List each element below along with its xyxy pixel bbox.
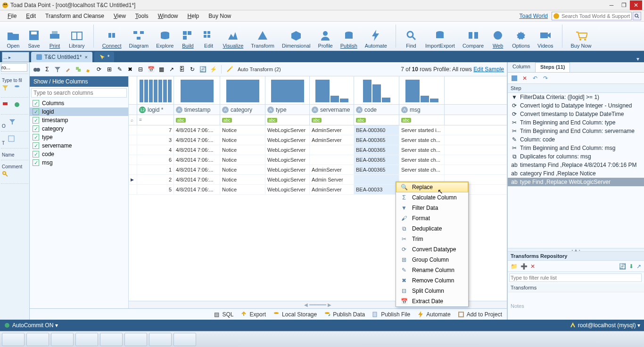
ribbon-library[interactable]: Library xyxy=(65,23,89,50)
step-item[interactable]: ▼FilterData Criteria: ([logid] >= 1) xyxy=(508,93,644,101)
filter-type[interactable]: abc xyxy=(265,115,310,125)
ribbon-videos[interactable]: Videos xyxy=(534,23,557,50)
steps-add-icon[interactable] xyxy=(511,74,518,82)
tab-second[interactable]: * xyxy=(94,52,115,62)
step-item[interactable]: ⟳Convert timestamp to Datatype DateTime xyxy=(508,110,644,118)
repo-import-icon[interactable]: ⬇ xyxy=(629,263,634,270)
filter-msg[interactable]: abc xyxy=(399,115,445,125)
taskbar-item[interactable] xyxy=(173,333,196,346)
table-row[interactable]: 14/8/2014 7:06:...NoticeWebLogicServerAd… xyxy=(129,165,507,175)
ribbon-open[interactable]: Open xyxy=(3,23,24,50)
ctx-rename-column[interactable]: ✎Rename Column xyxy=(396,265,468,275)
ribbon-options[interactable]: Options xyxy=(508,23,534,50)
auto-transform-label[interactable]: Auto Transform (2) xyxy=(238,66,281,72)
col-header-timestamp[interactable]: Atimestamp xyxy=(174,105,220,115)
menu-help[interactable]: Help xyxy=(183,12,204,20)
column-toggle-type[interactable]: type xyxy=(30,133,128,141)
steps-delete-icon[interactable]: ✕ xyxy=(521,74,528,82)
ctx-split-column[interactable]: ⊟Split Column xyxy=(396,286,468,296)
tool-more1-icon[interactable]: ▦ xyxy=(157,65,165,74)
action-automate[interactable]: Automate xyxy=(417,311,450,318)
ribbon-importexport[interactable]: ImportExport xyxy=(421,23,459,50)
ribbon-transform[interactable]: Transform xyxy=(247,23,278,50)
columns-search-input[interactable] xyxy=(31,88,127,98)
menu-edit[interactable]: Edit xyxy=(21,12,41,20)
column-toggle-logid[interactable]: logid xyxy=(30,107,128,116)
search-go-button[interactable] xyxy=(633,12,641,20)
left-pane-collapsed[interactable]: ... ▸ xyxy=(2,52,29,62)
ribbon-web[interactable]: Web xyxy=(487,23,508,50)
ribbon-publish[interactable]: Publish xyxy=(337,23,361,50)
ctx-replace[interactable]: 🔍Replace xyxy=(396,182,468,192)
col-header-logid[interactable]: 12logid * xyxy=(137,105,174,115)
steps-redo-icon[interactable]: ↷ xyxy=(542,74,549,82)
filter-ts[interactable]: abc xyxy=(174,115,220,125)
col-header-servername[interactable]: Aservername xyxy=(310,105,354,115)
menu-transform-cleanse[interactable]: Transform and Cleanse xyxy=(41,12,109,20)
ribbon-save[interactable]: Save xyxy=(24,23,44,50)
action-local-storage[interactable]: Local Storage xyxy=(272,311,317,318)
ctx-format[interactable]: 🖌Format xyxy=(396,213,468,223)
menu-buy-now[interactable]: Buy Now xyxy=(204,12,236,20)
step-item[interactable]: ✎ Column: code xyxy=(508,135,644,144)
col-header-category[interactable]: Acategory xyxy=(220,105,265,115)
ribbon-print[interactable]: Print xyxy=(44,23,65,50)
toad-search-input[interactable] xyxy=(561,12,631,20)
green-ball-icon[interactable] xyxy=(14,101,22,110)
edit-sample-link[interactable]: Edit Sample xyxy=(473,66,504,73)
column-toggle-timestamp[interactable]: timestamp xyxy=(30,116,128,124)
tool-split-icon[interactable]: ⊟ xyxy=(136,65,145,74)
steps-undo-icon[interactable]: ↶ xyxy=(531,74,539,82)
tool-pencil-icon[interactable] xyxy=(84,65,93,74)
taskbar-item[interactable] xyxy=(51,333,74,346)
ribbon-dimensional[interactable]: Dimensional xyxy=(278,23,314,50)
close-button[interactable]: ✕ xyxy=(630,0,642,10)
filter-logid[interactable]: = xyxy=(137,115,174,125)
table-row[interactable]: 34/8/2014 7:06:...NoticeWebLogicServerAd… xyxy=(129,135,507,145)
db-icon[interactable] xyxy=(14,84,22,93)
step-item[interactable]: ⧉Duplicates for columns: msg xyxy=(508,152,644,161)
filter-yellow-icon[interactable] xyxy=(2,84,10,93)
grid-small-icon[interactable] xyxy=(8,135,17,144)
taskbar-item[interactable] xyxy=(149,333,172,346)
action-export[interactable]: Export xyxy=(240,311,266,318)
action-publish-data[interactable]: Publish Data xyxy=(323,311,365,318)
tool-funnel-icon[interactable] xyxy=(53,65,62,74)
step-item[interactable]: abtype Find ,Replace WebLogicServer xyxy=(508,178,644,186)
filter-handle[interactable]: ⌕ xyxy=(129,115,137,125)
autocommit-label[interactable]: AutoCommit ON ▾ xyxy=(12,322,58,329)
ctx-calculate-column[interactable]: ΣCalculate Column xyxy=(396,192,468,203)
tool-convert-icon[interactable]: ⟳ xyxy=(95,65,103,74)
filter-srv[interactable]: abc xyxy=(310,115,354,125)
ribbon-buynow[interactable]: Buy Now xyxy=(567,23,595,50)
taskbar-item[interactable] xyxy=(124,333,147,346)
col-header-code[interactable]: Acode xyxy=(354,105,399,115)
repo-open-icon[interactable]: 📁 xyxy=(511,263,518,270)
table-row[interactable]: 44/8/2014 7:06:...NoticeWebLogicServerBE… xyxy=(129,145,507,155)
connection-label[interactable]: root@localhost (mysql) ▾ xyxy=(578,322,640,329)
col-header-msg[interactable]: Amsg xyxy=(399,105,445,115)
column-toggle-columns[interactable]: Columns xyxy=(30,99,128,107)
ribbon-compare[interactable]: Compare xyxy=(459,23,487,50)
column-toggle-servername[interactable]: servername xyxy=(30,141,128,150)
table-row[interactable]: 74/8/2014 7:06:...NoticeWebLogicServerAd… xyxy=(129,125,507,135)
ribbon-diagram[interactable]: Diagram xyxy=(125,23,153,50)
ctx-remove-column[interactable]: ✖Remove Column xyxy=(396,275,468,286)
action-sql[interactable]: ▤SQL xyxy=(213,311,233,318)
menu-file[interactable]: File xyxy=(3,12,21,20)
tool-rename-icon[interactable]: ✎ xyxy=(116,65,124,74)
ctx-trim[interactable]: ✂Trim xyxy=(396,234,468,244)
tool-group-icon[interactable]: ⊞ xyxy=(105,65,114,74)
tool-storage-icon[interactable]: 🗄 xyxy=(178,65,186,74)
tool-remove-icon[interactable]: ✖ xyxy=(126,65,134,74)
ctx-deduplicate[interactable]: ⧉Deduplicate xyxy=(396,223,468,234)
funnel-blue-icon[interactable] xyxy=(9,118,17,127)
right-splitter[interactable]: • ▲ • xyxy=(508,248,644,252)
tool-refresh-icon[interactable]: 🔄 xyxy=(198,65,207,74)
action-add-project[interactable]: Add to Project xyxy=(457,311,502,318)
ribbon-find[interactable]: Find xyxy=(401,23,421,50)
minimize-button[interactable]: ─ xyxy=(605,0,618,10)
tab-untitled[interactable]: T&C Untitled1* × xyxy=(31,52,92,62)
ribbon-profile[interactable]: Profile xyxy=(314,23,337,50)
toad-world-link[interactable]: Toad World xyxy=(520,13,548,19)
